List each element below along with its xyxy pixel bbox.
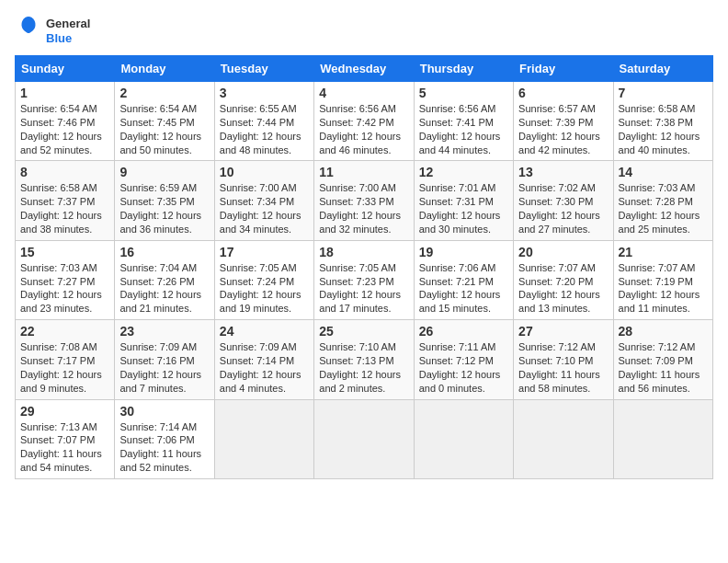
day-info: Sunrise: 6:57 AMSunset: 7:39 PMDaylight:… [518,102,608,156]
day-cell-18: 18Sunrise: 7:05 AMSunset: 7:23 PMDayligh… [314,240,414,319]
header-day-monday: Monday [115,56,214,82]
day-number: 14 [619,165,708,179]
day-info: Sunrise: 6:56 AMSunset: 7:42 PMDaylight:… [319,102,408,156]
day-cell-21: 21Sunrise: 7:07 AMSunset: 7:19 PMDayligh… [613,240,712,319]
day-number: 15 [20,245,109,259]
empty-cell [414,399,513,478]
day-number: 28 [619,324,708,339]
day-cell-25: 25Sunrise: 7:10 AMSunset: 7:13 PMDayligh… [314,320,414,399]
header-day-sunday: Sunday [16,56,115,82]
day-cell-3: 3Sunrise: 6:55 AMSunset: 7:44 PMDaylight… [214,82,313,161]
day-cell-13: 13Sunrise: 7:02 AMSunset: 7:30 PMDayligh… [514,161,613,240]
day-info: Sunrise: 6:58 AMSunset: 7:37 PMDaylight:… [20,181,109,236]
header-day-saturday: Saturday [613,56,712,82]
day-info: Sunrise: 6:54 AMSunset: 7:46 PMDaylight:… [20,102,109,156]
day-info: Sunrise: 7:12 AMSunset: 7:09 PMDaylight:… [619,340,708,395]
day-number: 22 [20,324,109,339]
day-cell-24: 24Sunrise: 7:09 AMSunset: 7:14 PMDayligh… [214,320,313,399]
logo-line1: General [46,17,90,31]
day-number: 30 [119,404,209,419]
day-cell-12: 12Sunrise: 7:01 AMSunset: 7:31 PMDayligh… [414,161,513,240]
week-row-1: 8Sunrise: 6:58 AMSunset: 7:37 PMDaylight… [16,161,713,240]
header-row: SundayMondayTuesdayWednesdayThursdayFrid… [16,56,713,82]
day-cell-14: 14Sunrise: 7:03 AMSunset: 7:28 PMDayligh… [613,161,712,240]
day-info: Sunrise: 7:14 AMSunset: 7:06 PMDaylight:… [119,420,209,475]
day-cell-26: 26Sunrise: 7:11 AMSunset: 7:12 PMDayligh… [414,320,513,399]
week-row-3: 22Sunrise: 7:08 AMSunset: 7:17 PMDayligh… [16,320,713,399]
day-number: 6 [518,86,608,100]
day-cell-1: 1Sunrise: 6:54 AMSunset: 7:46 PMDaylight… [16,82,115,161]
day-cell-2: 2Sunrise: 6:54 AMSunset: 7:45 PMDaylight… [115,82,214,161]
day-number: 5 [419,86,508,100]
empty-cell [514,399,613,478]
day-info: Sunrise: 6:56 AMSunset: 7:41 PMDaylight:… [419,102,508,156]
header-day-thursday: Thursday [414,56,513,82]
day-number: 27 [518,324,608,339]
empty-cell [314,399,414,478]
week-row-4: 29Sunrise: 7:13 AMSunset: 7:07 PMDayligh… [16,399,713,478]
logo: General Blue [15,15,90,48]
day-cell-8: 8Sunrise: 6:58 AMSunset: 7:37 PMDaylight… [16,161,115,240]
day-number: 10 [220,165,309,179]
day-info: Sunrise: 7:06 AMSunset: 7:21 PMDaylight:… [419,261,508,316]
day-info: Sunrise: 7:13 AMSunset: 7:07 PMDaylight:… [20,420,109,475]
day-number: 20 [518,245,608,259]
day-number: 26 [419,324,508,339]
day-number: 4 [319,86,408,100]
day-info: Sunrise: 7:09 AMSunset: 7:16 PMDaylight:… [119,340,209,395]
day-info: Sunrise: 7:00 AMSunset: 7:33 PMDaylight:… [319,181,408,236]
header-day-friday: Friday [514,56,613,82]
day-info: Sunrise: 6:54 AMSunset: 7:45 PMDaylight:… [119,102,209,156]
header-day-tuesday: Tuesday [214,56,313,82]
day-number: 9 [119,165,209,179]
header: General Blue [15,15,713,48]
week-row-0: 1Sunrise: 6:54 AMSunset: 7:46 PMDaylight… [16,82,713,161]
day-info: Sunrise: 6:59 AMSunset: 7:35 PMDaylight:… [119,181,209,236]
day-info: Sunrise: 7:07 AMSunset: 7:20 PMDaylight:… [518,261,608,316]
day-info: Sunrise: 7:05 AMSunset: 7:23 PMDaylight:… [319,261,408,316]
day-cell-11: 11Sunrise: 7:00 AMSunset: 7:33 PMDayligh… [314,161,414,240]
day-cell-7: 7Sunrise: 6:58 AMSunset: 7:38 PMDaylight… [613,82,712,161]
day-number: 16 [119,245,209,259]
day-info: Sunrise: 7:05 AMSunset: 7:24 PMDaylight:… [220,261,309,316]
day-info: Sunrise: 7:11 AMSunset: 7:12 PMDaylight:… [419,340,508,395]
logo-bird-icon [15,15,42,48]
day-cell-4: 4Sunrise: 6:56 AMSunset: 7:42 PMDaylight… [314,82,414,161]
week-row-2: 15Sunrise: 7:03 AMSunset: 7:27 PMDayligh… [16,240,713,319]
header-day-wednesday: Wednesday [314,56,414,82]
day-number: 23 [119,324,209,339]
day-cell-22: 22Sunrise: 7:08 AMSunset: 7:17 PMDayligh… [16,320,115,399]
day-info: Sunrise: 7:03 AMSunset: 7:28 PMDaylight:… [619,181,708,236]
day-number: 1 [20,86,109,100]
day-cell-17: 17Sunrise: 7:05 AMSunset: 7:24 PMDayligh… [214,240,313,319]
day-cell-29: 29Sunrise: 7:13 AMSunset: 7:07 PMDayligh… [16,399,115,478]
day-number: 29 [20,404,109,419]
day-cell-15: 15Sunrise: 7:03 AMSunset: 7:27 PMDayligh… [16,240,115,319]
day-number: 2 [119,86,209,100]
day-cell-19: 19Sunrise: 7:06 AMSunset: 7:21 PMDayligh… [414,240,513,319]
day-cell-20: 20Sunrise: 7:07 AMSunset: 7:20 PMDayligh… [514,240,613,319]
logo-line2: Blue [46,31,90,46]
empty-cell [214,399,313,478]
day-info: Sunrise: 7:01 AMSunset: 7:31 PMDaylight:… [419,181,508,236]
day-cell-5: 5Sunrise: 6:56 AMSunset: 7:41 PMDaylight… [414,82,513,161]
empty-cell [613,399,712,478]
day-info: Sunrise: 7:09 AMSunset: 7:14 PMDaylight:… [220,340,309,395]
day-number: 8 [20,165,109,179]
day-info: Sunrise: 7:00 AMSunset: 7:34 PMDaylight:… [220,181,309,236]
day-info: Sunrise: 6:58 AMSunset: 7:38 PMDaylight:… [619,102,708,156]
day-info: Sunrise: 7:07 AMSunset: 7:19 PMDaylight:… [619,261,708,316]
day-info: Sunrise: 7:08 AMSunset: 7:17 PMDaylight:… [20,340,109,395]
day-cell-6: 6Sunrise: 6:57 AMSunset: 7:39 PMDaylight… [514,82,613,161]
day-cell-16: 16Sunrise: 7:04 AMSunset: 7:26 PMDayligh… [115,240,214,319]
day-cell-28: 28Sunrise: 7:12 AMSunset: 7:09 PMDayligh… [613,320,712,399]
day-cell-23: 23Sunrise: 7:09 AMSunset: 7:16 PMDayligh… [115,320,214,399]
day-cell-27: 27Sunrise: 7:12 AMSunset: 7:10 PMDayligh… [514,320,613,399]
day-cell-9: 9Sunrise: 6:59 AMSunset: 7:35 PMDaylight… [115,161,214,240]
day-number: 18 [319,245,408,259]
calendar-table: SundayMondayTuesdayWednesdayThursdayFrid… [15,55,713,479]
day-number: 24 [220,324,309,339]
day-number: 19 [419,245,508,259]
day-number: 7 [619,86,708,100]
day-info: Sunrise: 7:02 AMSunset: 7:30 PMDaylight:… [518,181,608,236]
